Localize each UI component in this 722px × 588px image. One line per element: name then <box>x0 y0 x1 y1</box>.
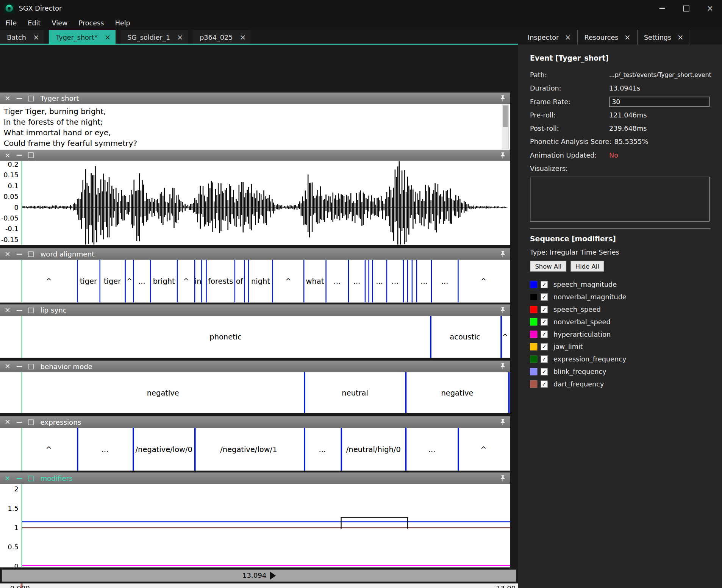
segment-boundary[interactable] <box>458 260 459 303</box>
segment-boundary[interactable] <box>325 260 327 303</box>
series-checkbox[interactable]: ✓ <box>541 305 548 313</box>
timeline-slider-top[interactable]: 13.094 <box>2 570 516 582</box>
panel-maximize-icon[interactable] <box>28 95 34 101</box>
panel-close-icon[interactable]: × <box>5 363 10 370</box>
tab-close-icon[interactable]: × <box>33 34 39 41</box>
close-button[interactable]: × <box>698 0 722 17</box>
panel-maximize-icon[interactable] <box>28 475 34 481</box>
menu-item-file[interactable]: File <box>0 17 22 30</box>
pin-icon[interactable] <box>500 307 506 314</box>
segment-boundary[interactable] <box>206 260 207 303</box>
panel-tab-settings[interactable]: Settings× <box>638 30 691 45</box>
segment-boundary[interactable] <box>416 260 417 303</box>
segment-boundary[interactable] <box>99 260 100 303</box>
segment-boundary[interactable] <box>500 316 502 358</box>
segment-boundary[interactable] <box>405 428 406 471</box>
panel-content-lip-sync[interactable]: phoneticacoustic^ <box>0 316 510 358</box>
panel-content-modifiers[interactable]: 21.510.50 <box>0 484 510 567</box>
playhead-cursor[interactable] <box>21 260 22 303</box>
segment-boundary[interactable] <box>272 260 273 303</box>
segment-boundary[interactable] <box>348 260 349 303</box>
panel-minimize-icon[interactable] <box>16 310 22 310</box>
panel-content-waveform[interactable]: 0.20.150.10.050-0.05-0.1-0.15 <box>0 161 510 245</box>
segment-boundary[interactable] <box>403 260 404 303</box>
tab-close-icon[interactable]: × <box>677 34 683 41</box>
tab-close-icon[interactable]: × <box>240 34 246 41</box>
panel-minimize-icon[interactable] <box>16 98 22 99</box>
segment-boundary[interactable] <box>125 260 126 303</box>
playhead-cursor[interactable] <box>21 372 22 413</box>
panel-maximize-icon[interactable] <box>28 419 34 425</box>
panel-minimize-icon[interactable] <box>16 422 22 422</box>
panel-content-expressions[interactable]: ^.../negative/low/0/negative/low/1.../ne… <box>0 428 510 471</box>
frame-rate-input[interactable] <box>609 97 709 107</box>
segment-boundary[interactable] <box>411 260 413 303</box>
menu-item-help[interactable]: Help <box>109 17 136 30</box>
segment-boundary[interactable] <box>430 316 431 358</box>
segment-boundary[interactable] <box>458 428 459 471</box>
panel-header-waveform[interactable]: × <box>0 150 510 161</box>
panel-maximize-icon[interactable] <box>28 307 34 313</box>
segment-boundary[interactable] <box>372 260 373 303</box>
segment-boundary[interactable] <box>431 260 432 303</box>
tab-close-icon[interactable]: × <box>624 34 630 41</box>
tab-tyger-short[interactable]: Tyger_short*× <box>49 30 116 45</box>
segment-boundary[interactable] <box>248 260 249 303</box>
panel-maximize-icon[interactable] <box>28 251 34 257</box>
time-cursor-marker[interactable] <box>21 583 22 588</box>
segment-boundary[interactable] <box>132 428 134 471</box>
panel-close-icon[interactable]: × <box>5 250 10 257</box>
pin-icon[interactable] <box>500 95 506 102</box>
playhead-cursor[interactable] <box>21 428 22 471</box>
playhead-cursor[interactable] <box>21 316 22 358</box>
panel-tab-resources[interactable]: Resources× <box>578 30 638 45</box>
series-checkbox[interactable]: ✓ <box>541 380 548 387</box>
panel-minimize-icon[interactable] <box>16 253 22 254</box>
pin-icon[interactable] <box>500 419 506 425</box>
series-checkbox[interactable]: ✓ <box>541 318 548 325</box>
series-checkbox[interactable]: ✓ <box>541 368 548 375</box>
pin-icon[interactable] <box>500 475 506 482</box>
segment-boundary[interactable] <box>364 260 366 303</box>
segment-boundary[interactable] <box>304 428 305 471</box>
tab-p364-025[interactable]: p364_025× <box>193 30 250 45</box>
panel-tab-inspector[interactable]: Inspector× <box>521 30 578 45</box>
minimize-button[interactable] <box>650 0 674 17</box>
pin-icon[interactable] <box>500 250 506 257</box>
panel-maximize-icon[interactable] <box>28 152 34 158</box>
maximize-button[interactable] <box>674 0 698 17</box>
panel-content-transcript[interactable]: Tiger Tiger, burning bright,In the fores… <box>0 104 510 150</box>
segment-boundary[interactable] <box>77 260 78 303</box>
play-marker-icon[interactable] <box>270 571 276 580</box>
tab-batch[interactable]: Batch× <box>0 30 44 45</box>
panel-close-icon[interactable]: × <box>5 95 10 102</box>
panel-header-lip-sync[interactable]: ×lip sync <box>0 304 510 316</box>
pin-icon[interactable] <box>500 363 506 370</box>
menu-item-edit[interactable]: Edit <box>22 17 46 30</box>
panel-minimize-icon[interactable] <box>16 478 22 479</box>
segment-boundary[interactable] <box>407 260 408 303</box>
series-checkbox[interactable]: ✓ <box>541 355 548 363</box>
segment-boundary[interactable] <box>194 428 195 471</box>
panel-header-word-alignment[interactable]: ×word alignment <box>0 248 510 260</box>
panel-header-transcript[interactable]: ×Tyger short <box>0 92 510 104</box>
timeline-range-bar[interactable]: 0.000 13.09 <box>0 583 518 588</box>
segment-boundary[interactable] <box>177 260 178 303</box>
panel-close-icon[interactable]: × <box>5 475 10 482</box>
segment-boundary[interactable] <box>303 260 305 303</box>
segment-boundary[interactable] <box>386 260 388 303</box>
segment-boundary[interactable] <box>77 428 78 471</box>
playhead-cursor[interactable] <box>21 161 22 245</box>
segment-boundary[interactable] <box>133 260 134 303</box>
panel-close-icon[interactable]: × <box>5 307 10 314</box>
segment-boundary[interactable] <box>405 372 406 413</box>
series-checkbox[interactable]: ✓ <box>541 343 548 350</box>
segment-boundary[interactable] <box>304 372 305 413</box>
panel-header-behavior-mode[interactable]: ×behavior mode <box>0 361 510 372</box>
segment-boundary[interactable] <box>150 260 151 303</box>
pin-icon[interactable] <box>500 152 506 159</box>
tab-close-icon[interactable]: × <box>565 34 571 41</box>
segment-boundary[interactable] <box>244 260 245 303</box>
panel-content-word-alignment[interactable]: ^tigertiger^...bright^inforestsofnight^w… <box>0 260 510 303</box>
segment-boundary[interactable] <box>508 372 509 413</box>
